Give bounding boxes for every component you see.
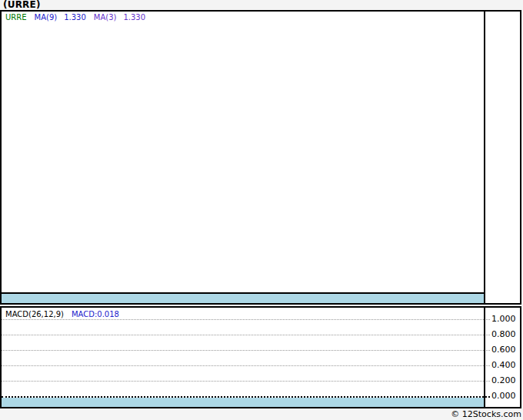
price-legend: URREMA(9)1.330MA(3)1.330 bbox=[5, 12, 145, 22]
legend-ma9-value: 1.330 bbox=[64, 13, 86, 22]
gridline bbox=[2, 350, 490, 351]
y-axis-divider bbox=[484, 12, 485, 303]
macd-value: MACD:0.018 bbox=[72, 310, 119, 318]
page-title: (URRE) bbox=[3, 0, 41, 10]
copyright-text: © 12Stocks.com bbox=[451, 409, 521, 420]
y-axis-tick: 0.800 bbox=[491, 329, 522, 339]
gridline bbox=[2, 319, 490, 320]
gridline bbox=[2, 335, 490, 335]
y-axis-tick: 1.000 bbox=[491, 314, 522, 324]
legend-ma9-label: MA(9) bbox=[35, 13, 58, 22]
date-band bbox=[2, 398, 484, 407]
macd-panel: MACD(26,12,9)MACD:0.018 1.000 0.800 0.60… bbox=[0, 306, 521, 408]
legend-ma3-label: MA(3) bbox=[94, 13, 117, 22]
y-axis-tick: 0.400 bbox=[491, 360, 522, 370]
macd-legend: MACD(26,12,9)MACD:0.018 bbox=[5, 309, 119, 319]
macd-label: MACD(26,12,9) bbox=[5, 310, 64, 318]
y-axis-tick: 0.600 bbox=[491, 345, 522, 355]
y-axis-tick: 0.000 bbox=[491, 391, 522, 401]
gridline bbox=[2, 381, 490, 382]
date-band bbox=[2, 292, 484, 303]
price-panel: URREMA(9)1.330MA(3)1.330 bbox=[0, 10, 521, 305]
y-axis-tick: 0.200 bbox=[491, 375, 522, 385]
legend-symbol: URRE bbox=[5, 13, 27, 22]
gridline bbox=[2, 365, 490, 366]
y-axis-divider bbox=[484, 308, 485, 407]
legend-ma3-value: 1.330 bbox=[123, 13, 145, 22]
